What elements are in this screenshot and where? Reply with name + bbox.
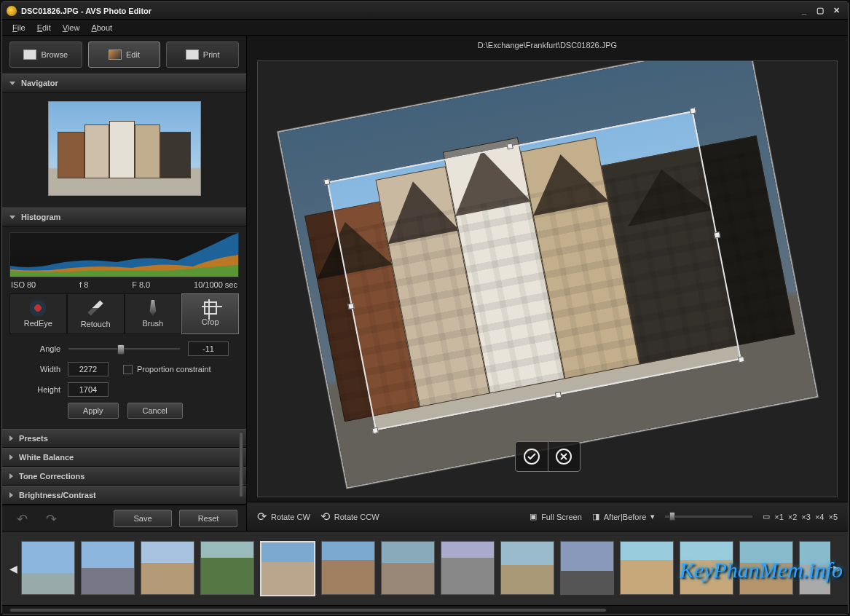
reset-button[interactable]: Reset — [179, 510, 237, 527]
tool-redeye[interactable]: RedEye — [9, 293, 67, 334]
panel-presets[interactable]: Presets — [2, 429, 246, 448]
retouch-icon — [88, 300, 103, 315]
panel-brightness-contrast[interactable]: Brightness/Contrast — [2, 486, 246, 505]
brush-icon — [145, 300, 161, 316]
thumb-14[interactable] — [799, 541, 830, 595]
meta-iso: ISO 80 — [11, 280, 36, 289]
zoom-fit-icon[interactable]: ▭ — [763, 512, 770, 521]
thumb-8[interactable] — [441, 541, 495, 595]
after-before-button[interactable]: ◨After|Before▾ — [592, 512, 656, 521]
mode-print[interactable]: Print — [166, 42, 239, 68]
tool-crop[interactable]: Crop — [181, 293, 239, 334]
eye-icon — [30, 300, 46, 316]
rotate-cw-icon: ⟳ — [257, 510, 267, 524]
mode-browse-label: Browse — [41, 50, 68, 59]
compare-icon: ◨ — [592, 512, 599, 521]
angle-value[interactable]: -11 — [188, 341, 229, 356]
panel-histogram-header[interactable]: Histogram — [2, 208, 246, 226]
thumb-10[interactable] — [560, 541, 614, 595]
confirm-crop-button[interactable] — [516, 442, 548, 471]
rotate-ccw-icon: ⟲ — [320, 510, 330, 524]
meta-shutter: 10/1000 sec — [194, 280, 237, 289]
zoom-2x[interactable]: ×2 — [788, 513, 798, 521]
fullscreen-icon: ▣ — [530, 512, 537, 521]
height-label: Height — [20, 385, 60, 394]
mode-edit-label: Edit — [126, 50, 140, 59]
meta-focal: f 8 — [79, 280, 88, 289]
navigator-label: Navigator — [21, 79, 58, 87]
filmstrip — [20, 538, 830, 599]
menu-file[interactable]: File — [12, 23, 25, 32]
cancel-crop-button[interactable] — [548, 442, 580, 471]
navigator-thumbnail[interactable] — [48, 101, 201, 196]
zoom-3x[interactable]: ×3 — [801, 513, 811, 521]
close-button[interactable]: ✕ — [829, 6, 843, 16]
zoom-slider[interactable] — [665, 516, 752, 518]
menu-edit[interactable]: Edit — [37, 23, 51, 32]
menu-about[interactable]: About — [91, 23, 112, 32]
proportion-checkbox[interactable] — [123, 365, 133, 374]
mode-edit[interactable]: Edit — [88, 42, 161, 68]
save-button[interactable]: Save — [114, 510, 172, 527]
undo-button[interactable]: ↶ — [11, 511, 33, 526]
menu-view[interactable]: View — [63, 23, 80, 32]
thumb-2[interactable] — [81, 541, 135, 595]
proportion-label: Proportion constraint — [137, 365, 211, 374]
zoom-5x[interactable]: ×5 — [828, 513, 838, 521]
apply-button[interactable]: Apply — [68, 403, 119, 419]
thumb-5[interactable] — [260, 541, 315, 596]
pencil-icon — [109, 50, 122, 60]
maximize-button[interactable]: ▢ — [813, 6, 827, 16]
mode-browse[interactable]: Browse — [9, 42, 82, 68]
file-path: D:\Exchange\Frankfurt\DSC01826.JPG — [478, 41, 617, 50]
thumb-7[interactable] — [381, 541, 435, 595]
thumb-6[interactable] — [321, 541, 375, 595]
width-value[interactable]: 2272 — [68, 362, 109, 376]
cancel-button[interactable]: Cancel — [127, 403, 183, 419]
rotate-cw-button[interactable]: ⟳Rotate CW — [257, 510, 310, 524]
redo-button[interactable]: ↷ — [40, 511, 62, 526]
crop-icon — [204, 301, 217, 315]
thumb-3[interactable] — [141, 541, 194, 595]
panel-navigator-header[interactable]: Navigator — [2, 74, 246, 92]
angle-slider[interactable] — [68, 347, 181, 350]
tool-brush[interactable]: Brush — [125, 293, 182, 334]
thumb-1[interactable] — [21, 541, 75, 595]
height-value[interactable]: 1704 — [68, 382, 109, 397]
thumb-4[interactable] — [200, 541, 254, 595]
width-label: Width — [20, 365, 60, 374]
mode-print-label: Print — [203, 50, 220, 59]
filmstrip-next[interactable]: ▶ — [830, 536, 843, 601]
dropdown-icon: ▾ — [650, 512, 655, 521]
sidebar-scrollbar[interactable] — [239, 432, 243, 497]
app-icon — [7, 6, 17, 16]
thumb-9[interactable] — [500, 541, 554, 595]
rotate-ccw-button[interactable]: ⟲Rotate CCW — [320, 510, 379, 524]
histogram-display — [9, 232, 239, 277]
zoom-4x[interactable]: ×4 — [815, 513, 825, 521]
canvas-area[interactable] — [257, 60, 838, 497]
folder-icon — [23, 50, 36, 60]
panel-tone-corrections[interactable]: Tone Corrections — [2, 467, 246, 486]
histogram-label: Histogram — [21, 213, 60, 221]
zoom-1x[interactable]: ×1 — [774, 513, 784, 521]
panel-white-balance[interactable]: White Balance — [2, 448, 246, 467]
window-title: DSC01826.JPG - AVS Photo Editor — [21, 7, 797, 15]
thumb-11[interactable] — [620, 541, 674, 595]
tool-retouch[interactable]: Retouch — [67, 293, 125, 334]
filmstrip-prev[interactable]: ◀ — [7, 536, 20, 601]
angle-label: Angle — [20, 344, 60, 353]
horizontal-scrollbar[interactable] — [2, 605, 848, 614]
minimize-button[interactable]: _ — [797, 6, 811, 16]
fullscreen-button[interactable]: ▣Full Screen — [530, 512, 582, 521]
thumb-13[interactable] — [739, 541, 793, 595]
meta-aperture: F 8.0 — [132, 280, 150, 289]
thumb-12[interactable] — [680, 541, 733, 595]
printer-icon — [186, 50, 199, 60]
